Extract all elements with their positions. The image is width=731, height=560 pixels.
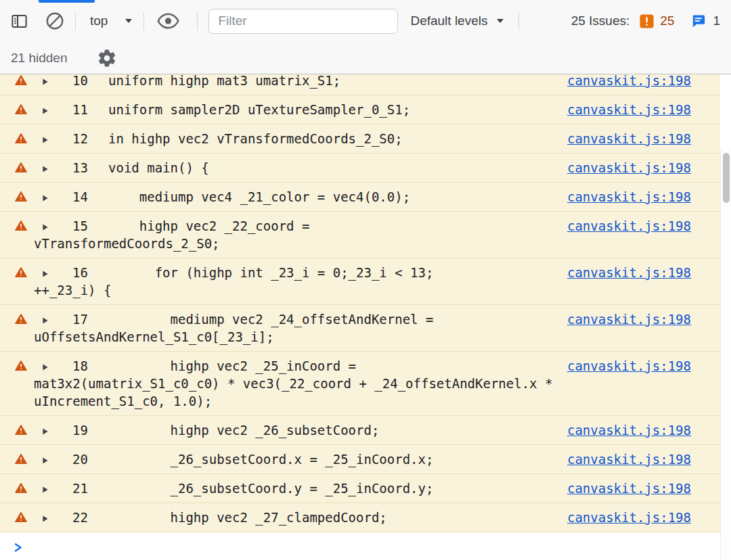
console-message-body: canvaskit.js:19812in highp vec2 vTransfo… [34, 130, 720, 147]
code-text: highp vec2 _26_subsetCoord; [108, 423, 379, 438]
warning-triangle-icon [15, 220, 27, 231]
line-number: 14 [72, 188, 108, 206]
expand-arrow-icon[interactable] [34, 264, 72, 281]
source-location-link[interactable]: canvaskit.js:198 [567, 130, 691, 147]
breaking-issue-icon [639, 14, 655, 29]
console-prompt[interactable] [0, 532, 731, 560]
warning-triangle-icon [15, 424, 27, 436]
source-location-link[interactable]: canvaskit.js:198 [567, 217, 691, 235]
console-settings-button[interactable] [97, 48, 117, 68]
source-location-link[interactable]: canvaskit.js:198 [567, 509, 691, 526]
code-text: for (highp int _23_i = 0;_23_i < 13; [108, 265, 433, 280]
code-text: _26_subsetCoord.x = _25_inCoord.x; [108, 452, 433, 467]
code-text: uniform sampler2D uTextureSampler_0_S1; [108, 102, 410, 117]
code-text: highp vec2 _25_inCoord = [108, 358, 356, 373]
console-wrapped-line: ++_23_i) { [34, 281, 720, 299]
code-text: highp vec2 _22_coord = [108, 218, 309, 233]
console-wrapped-line: uOffsetsAndKernel_S1_c0[_23_i]; [34, 328, 720, 346]
clear-console-icon [45, 11, 65, 31]
expand-arrow-icon[interactable] [34, 217, 72, 235]
source-location-link[interactable]: canvaskit.js:198 [567, 421, 691, 439]
console-message-body: canvaskit.js:19817 mediump vec2 _24_offs… [34, 310, 720, 346]
issues-label: 25 Issues: [571, 14, 630, 28]
chat-bubble-icon [690, 14, 706, 29]
warning-icon-cell [0, 101, 34, 118]
expand-arrow-icon[interactable] [34, 509, 72, 526]
line-number: 13 [72, 159, 108, 177]
source-location-link[interactable]: canvaskit.js:198 [567, 450, 691, 468]
expand-arrow-icon[interactable] [34, 480, 72, 497]
warning-triangle-icon [15, 313, 27, 325]
line-number: 17 [72, 310, 108, 328]
warning-triangle-icon [15, 191, 27, 202]
warning-icon-cell [0, 217, 34, 252]
code-text: _26_subsetCoord.y = _25_inCoord.y; [108, 481, 433, 496]
expand-arrow-icon[interactable] [34, 188, 72, 206]
console-wrapped-line: uIncrement_S1_c0, 1.0); [34, 392, 720, 410]
warning-triangle-icon [15, 511, 27, 523]
expand-arrow-icon[interactable] [34, 130, 72, 147]
toolbar-separator [518, 12, 519, 30]
console-warning-row: canvaskit.js:19819 highp vec2 _26_subset… [0, 416, 720, 445]
source-location-link[interactable]: canvaskit.js:198 [567, 264, 691, 281]
code-text: void main() { [108, 160, 209, 175]
create-live-expression-button[interactable] [157, 12, 179, 30]
scrollbar-thumb[interactable] [723, 153, 730, 203]
clear-console-button[interactable] [45, 11, 65, 31]
warning-triangle-icon [15, 103, 27, 115]
console-messages-count: 1 [713, 14, 720, 28]
console-message-area: canvaskit.js:19810uniform highp mat3 uma… [0, 74, 731, 560]
warning-icon-cell [0, 357, 34, 410]
code-text: mediump vec4 _21_color = vec4(0.0); [108, 189, 410, 204]
warning-icon-cell [0, 509, 34, 526]
source-location-link[interactable]: canvaskit.js:198 [567, 357, 691, 375]
code-text: highp vec2 _27_clampedCoord; [108, 510, 387, 525]
log-level-selector[interactable]: Default levels [410, 14, 504, 28]
console-warning-row: canvaskit.js:19815 highp vec2 _22_coord … [0, 212, 720, 258]
line-number: 20 [72, 450, 108, 468]
expand-arrow-icon[interactable] [34, 74, 72, 89]
scrollbar-track[interactable] [720, 149, 731, 560]
warning-icon-cell [0, 188, 34, 206]
console-wrapped-line: vTransformedCoords_2_S0; [34, 235, 720, 252]
expand-arrow-icon[interactable] [34, 159, 72, 177]
console-message-body: canvaskit.js:19821 _26_subsetCoord.y = _… [34, 480, 720, 497]
expand-arrow-icon[interactable] [34, 357, 72, 375]
source-location-link[interactable]: canvaskit.js:198 [567, 188, 691, 206]
source-location-link[interactable]: canvaskit.js:198 [567, 74, 691, 89]
console-warning-row: canvaskit.js:19821 _26_subsetCoord.y = _… [0, 474, 720, 503]
context-selector-label: top [90, 14, 108, 28]
expand-arrow-icon[interactable] [34, 450, 72, 468]
expand-arrow-icon[interactable] [34, 101, 72, 118]
toggle-console-sidebar-button[interactable] [10, 12, 28, 30]
source-location-link[interactable]: canvaskit.js:198 [567, 101, 691, 118]
source-location-link[interactable]: canvaskit.js:198 [567, 480, 691, 497]
warning-triangle-icon [15, 453, 27, 465]
source-location-link[interactable]: canvaskit.js:198 [567, 159, 691, 177]
console-warning-row: canvaskit.js:19818 highp vec2 _25_inCoor… [0, 352, 720, 416]
prompt-chevron-icon [14, 542, 23, 553]
toolbar-separator [143, 12, 144, 30]
line-number: 18 [72, 357, 108, 375]
issues-counter[interactable]: 25 Issues: 25 1 [571, 14, 720, 29]
javascript-context-selector[interactable]: top [90, 14, 132, 28]
console-warning-row: canvaskit.js:19811uniform sampler2D uTex… [0, 95, 720, 124]
source-location-link[interactable]: canvaskit.js:198 [567, 310, 691, 328]
console-warning-row: canvaskit.js:19817 mediump vec2 _24_offs… [0, 305, 720, 352]
log-level-label: Default levels [410, 14, 487, 28]
warning-triangle-icon [15, 266, 27, 278]
warning-triangle-icon [15, 482, 27, 494]
console-message-body: canvaskit.js:19814 mediump vec4 _21_colo… [34, 188, 720, 206]
eye-icon [157, 12, 179, 30]
toolbar-separator [75, 12, 76, 30]
expand-arrow-icon[interactable] [34, 421, 72, 439]
code-text: uniform highp mat3 umatrix_S1; [108, 74, 340, 88]
warning-triangle-icon [15, 162, 27, 173]
expand-arrow-icon[interactable] [34, 310, 72, 328]
chevron-down-icon [125, 19, 132, 23]
console-message-body: canvaskit.js:19822 highp vec2 _27_clampe… [34, 509, 720, 526]
console-warning-row: canvaskit.js:19810uniform highp mat3 uma… [0, 74, 720, 95]
gear-icon [97, 48, 117, 68]
console-warning-row: canvaskit.js:19812in highp vec2 vTransfo… [0, 124, 720, 154]
filter-input[interactable] [208, 9, 398, 34]
